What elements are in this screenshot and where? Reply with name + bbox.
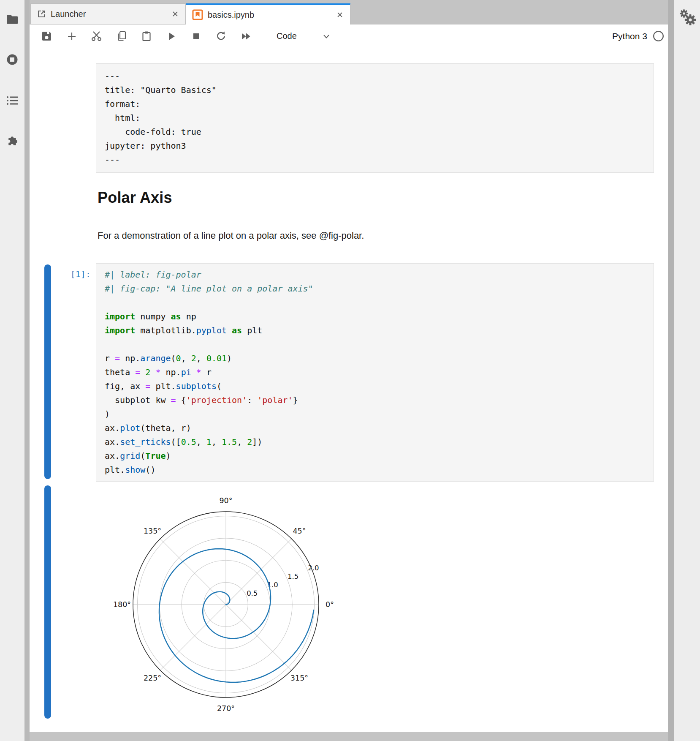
add-icon [66,31,77,42]
cell-type-select[interactable]: Code [277,31,331,41]
extensions-tab[interactable] [5,134,19,148]
code-line: import matplotlib.pyplot as plt [105,324,645,338]
close-icon[interactable] [171,10,179,18]
kernel-status-idle-icon[interactable] [653,30,664,42]
code-line: ax.set_rticks([0.5, 1, 1.5, 2]) [105,435,645,449]
tab-notebook-title: basics.ipynb [208,10,331,20]
code-line: ) [105,407,645,421]
running-kernels-tab[interactable] [5,53,19,66]
code-line: theta = 2 * np.pi * r [105,365,645,379]
theta-tick-label: 135° [144,527,161,535]
left-sidebar [0,0,24,741]
raw-line: jupyter: python3 [105,139,645,153]
restart-kernel-button[interactable] [215,30,227,42]
chevron-down-icon [321,31,331,41]
tab-notebook[interactable]: basics.ipynb [186,3,350,25]
r-tick-label: 1.5 [288,572,298,580]
paste-cells-button[interactable] [140,30,152,42]
raw-cell-editor[interactable]: ---title: "Quarto Basics"format: html: c… [96,63,654,173]
save-icon [41,30,52,42]
property-inspector-gears-icon [678,8,697,28]
code-line: subplot_kw = {'projection': 'polar'} [105,393,645,407]
close-icon[interactable] [336,11,344,19]
code-cell-editor[interactable]: #| label: fig-polar#| fig-cap: "A line p… [96,263,654,482]
folder-icon [6,14,19,25]
file-browser-tab[interactable] [5,13,19,26]
notebook-panel: Code Python 3 ---title: "Quarto Basics"f… [30,25,668,732]
interrupt-kernel-button[interactable] [190,30,202,42]
markdown-paragraph: For a demonstration of a line plot on a … [98,229,511,242]
theta-tick-label: 270° [217,704,235,713]
table-of-contents-icon [6,95,19,106]
code-line: #| label: fig-polar [105,268,645,282]
run-cell-button[interactable] [165,30,177,42]
panel-right-divider [668,0,674,741]
copy-cells-button[interactable] [115,30,128,42]
fast-forward-icon [240,31,252,42]
property-inspector-tab[interactable] [678,8,697,28]
polar-plot-figure: 0°45°90°135°180°225°270°315°0.51.01.52.0 [106,486,346,723]
right-sidebar [674,0,700,741]
execution-count: [1]: [30,267,91,281]
output-area: 0°45°90°135°180°225°270°315°0.51.01.52.0 [106,486,346,723]
raw-line: format: [105,97,645,111]
theta-tick-label: 45° [293,527,306,535]
tab-launcher-title: Launcher [51,9,166,19]
theta-tick-label: 315° [290,674,308,682]
insert-cell-button[interactable] [65,30,78,42]
sidebar-panel-divider [24,0,30,741]
paste-clipboard-icon [141,30,152,42]
raw-line: --- [105,69,645,83]
extensions-puzzle-icon [6,135,19,147]
cut-scissors-icon [91,30,102,42]
input-collapser[interactable] [44,264,51,479]
stop-icon [191,31,202,42]
run-play-icon [166,31,177,42]
raw-line: title: "Quarto Basics" [105,83,645,97]
raw-line: code-fold: true [105,125,645,139]
notebook-toolbar: Code Python 3 [30,25,668,48]
code-line: fig, ax = plt.subplots( [105,379,645,393]
table-of-contents-tab[interactable] [5,94,19,107]
theta-tick-label: 180° [113,600,131,609]
cell-type-label: Code [277,31,297,41]
jupyterlab-window: Launcher basics.ipynb [0,0,700,741]
theta-tick-label: 225° [144,674,161,682]
code-line: plt.show() [105,463,645,477]
running-kernels-icon [6,53,19,66]
code-line: #| fig-cap: "A line plot on a polar axis… [105,282,645,296]
notebook-scroll-area: ---title: "Quarto Basics"format: html: c… [30,49,668,732]
restart-run-all-button[interactable] [240,30,252,42]
theta-tick-label: 90° [219,496,232,505]
raw-line: html: [105,111,645,125]
theta-tick-label: 0° [326,600,334,609]
notebook-icon [192,9,203,20]
spiral-line [159,549,314,682]
code-line: r = np.arange(0, 2, 0.01) [105,351,645,365]
raw-line: --- [105,153,645,167]
r-tick-label: 2.0 [308,564,319,572]
code-line: ax.plot(theta, r) [105,421,645,435]
launcher-icon [37,9,46,19]
cut-cells-button[interactable] [90,30,103,42]
code-line: import numpy as np [105,310,645,324]
copy-icon [116,30,127,42]
code-line: ax.grid(True) [105,449,645,463]
kernel-name[interactable]: Python 3 [612,31,647,41]
code-line [105,296,645,310]
restart-refresh-icon [215,30,227,42]
markdown-heading: Polar Axis [98,188,172,207]
output-collapser[interactable] [44,485,51,719]
r-tick-label: 0.5 [247,589,258,597]
tab-launcher[interactable]: Launcher [30,3,186,25]
code-line [105,338,645,351]
save-button[interactable] [41,30,53,42]
